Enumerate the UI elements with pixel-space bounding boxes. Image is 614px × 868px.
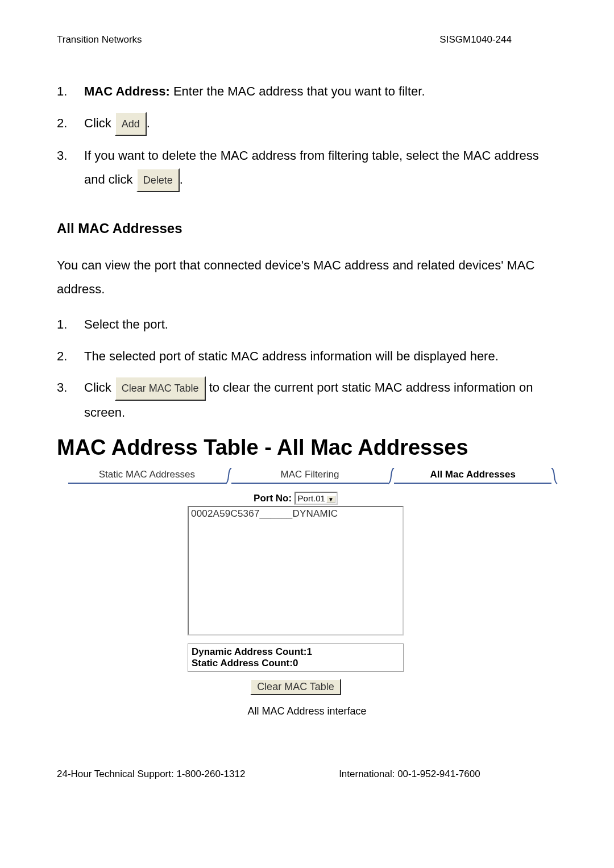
port-select[interactable]: Port.01▼ [294, 492, 338, 505]
step-text: Select the port. [84, 317, 168, 331]
tab-mac-filtering[interactable]: MAC Filtering [231, 466, 389, 484]
tab-all-mac[interactable]: All Mac Addresses [394, 466, 551, 484]
dynamic-count-row: Dynamic Address Count:1 [192, 646, 400, 658]
mac-listbox[interactable]: 0002A59C5367______DYNAMIC [188, 506, 404, 636]
tab-separator [226, 468, 231, 484]
step-b-2: 2. The selected port of static MAC addre… [57, 344, 557, 368]
step-num: 1. [57, 80, 67, 103]
mac-panel: Port No: Port.01▼ 0002A59C5367______DYNA… [188, 492, 404, 695]
step-text: The selected port of static MAC address … [84, 349, 499, 363]
tab-static-mac[interactable]: Static MAC Addresses [68, 466, 226, 484]
static-count-row: Static Address Count:0 [192, 658, 400, 669]
step-a-1: 1. MAC Address: Enter the MAC address th… [57, 80, 557, 103]
step-b-3: 3. Click Clear MAC Table to clear the cu… [57, 376, 557, 424]
steps-list-a: 1. MAC Address: Enter the MAC address th… [57, 80, 557, 192]
clear-mac-table-button[interactable]: Clear MAC Table [250, 679, 341, 695]
step-num: 1. [57, 313, 67, 337]
counts-box: Dynamic Address Count:1 Static Address C… [188, 643, 404, 672]
step-text: . [147, 116, 150, 130]
header-left: Transition Networks [57, 34, 142, 45]
static-count-label: Static Address Count: [192, 658, 293, 668]
step-num: 2. [57, 344, 67, 368]
port-select-value: Port.01 [298, 493, 325, 503]
step-a-3: 3. If you want to delete the MAC address… [57, 144, 557, 192]
step-b-1: 1. Select the port. [57, 313, 557, 337]
dynamic-count-label: Dynamic Address Count: [192, 646, 306, 657]
dynamic-count-value: 1 [306, 646, 312, 657]
step-text: . [180, 172, 183, 186]
chevron-down-icon[interactable]: ▼ [326, 496, 335, 503]
step-text: Click [84, 116, 115, 130]
step-text: Click [84, 380, 115, 394]
footer: 24-Hour Technical Support: 1-800-260-131… [57, 769, 557, 780]
steps-list-b: 1. Select the port. 2. The selected port… [57, 313, 557, 425]
add-button[interactable]: Add [115, 112, 147, 136]
footer-support-left: 24-Hour Technical Support: 1-800-260-131… [57, 769, 245, 779]
step-text: Enter the MAC address that you want to f… [170, 84, 425, 98]
section-title-all-mac: All MAC Addresses [57, 221, 557, 236]
delete-button[interactable]: Delete [136, 168, 180, 192]
paragraph-intro: You can view the port that connected dev… [57, 254, 557, 301]
list-item[interactable]: 0002A59C5367______DYNAMIC [190, 508, 401, 520]
step-num: 2. [57, 111, 67, 135]
tab-row: Static MAC Addresses MAC Filtering All M… [68, 466, 557, 484]
header-right: SISGM1040-244 [439, 34, 512, 45]
mac-address-label: MAC Address: [84, 84, 170, 98]
tab-separator [551, 468, 557, 484]
step-a-2: 2. Click Add. [57, 111, 557, 136]
tab-separator [388, 468, 394, 484]
port-no-label: Port No: [254, 493, 292, 504]
step-num: 3. [57, 144, 67, 168]
static-count-value: 0 [293, 658, 298, 668]
step-num: 3. [57, 376, 67, 400]
footer-support-right: International: 00-1-952-941-7600 [339, 769, 480, 779]
clear-mac-table-button-inline[interactable]: Clear MAC Table [115, 376, 206, 400]
page-title: MAC Address Table - All Mac Addresses [57, 435, 557, 460]
figure-caption: All MAC Address interface [57, 705, 557, 717]
